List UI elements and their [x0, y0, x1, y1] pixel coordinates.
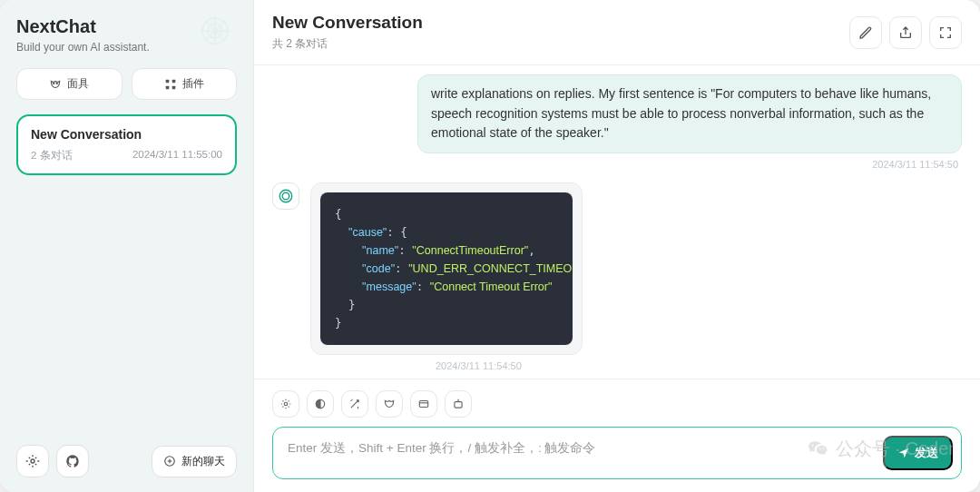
input-wrap: Enter 发送，Shift + Enter 换行，/ 触发补全，: 触发命令 … — [272, 427, 962, 479]
conversation-count: 2 条对话 — [31, 149, 73, 162]
chat-history: write explanations on replies. My first … — [254, 65, 980, 379]
code-block: { "cause": { "name": "ConnectTimeoutErro… — [320, 192, 573, 345]
footer: Enter 发送，Shift + Enter 换行，/ 触发补全，: 触发命令 … — [254, 379, 980, 492]
svg-point-11 — [279, 190, 292, 202]
bot-message-row: { "cause": { "name": "ConnectTimeoutErro… — [272, 182, 962, 355]
sidebar: NextChat Build your own AI assistant. 面具… — [0, 0, 254, 492]
tool-model[interactable] — [445, 390, 472, 418]
theme-icon — [314, 398, 327, 410]
share-button[interactable] — [889, 16, 922, 49]
expand-button[interactable] — [929, 16, 962, 49]
cut-icon — [417, 398, 430, 410]
send-button[interactable]: 发送 — [883, 436, 953, 470]
conversation-title: New Conversation — [31, 127, 222, 142]
svg-rect-4 — [166, 79, 170, 83]
brand: NextChat Build your own AI assistant. — [16, 16, 237, 54]
mask-icon — [49, 78, 62, 91]
conversation-item[interactable]: New Conversation 2 条对话 2024/3/11 11:55:0… — [16, 114, 237, 175]
robot-icon — [452, 398, 465, 410]
openai-icon — [278, 188, 294, 204]
svg-rect-14 — [419, 401, 427, 408]
masks-label: 面具 — [67, 76, 89, 92]
send-icon — [897, 447, 910, 459]
bot-message: { "cause": { "name": "ConnectTimeoutErro… — [310, 182, 583, 355]
new-chat-button[interactable]: 新的聊天 — [152, 446, 237, 477]
tool-theme[interactable] — [307, 390, 334, 418]
brand-logo-icon — [197, 13, 233, 49]
svg-rect-5 — [172, 79, 176, 83]
github-button[interactable] — [56, 445, 89, 477]
header: New Conversation 共 2 条对话 — [254, 0, 980, 65]
svg-rect-6 — [166, 85, 170, 89]
user-message-ts: 2024/3/11 11:54:50 — [272, 159, 958, 170]
grid-icon — [164, 78, 177, 91]
expand-icon — [938, 25, 953, 40]
share-icon — [898, 25, 913, 40]
page-title: New Conversation — [272, 13, 423, 33]
sidebar-bottom: 新的聊天 — [16, 445, 237, 477]
bot-message-ts: 2024/3/11 11:54:50 — [436, 360, 962, 371]
tool-prompt[interactable] — [341, 390, 368, 418]
input-toolbar — [272, 390, 962, 418]
wand-icon — [348, 398, 361, 410]
github-icon — [65, 454, 80, 468]
svg-point-8 — [31, 459, 34, 463]
mask-icon — [383, 398, 396, 410]
tool-settings[interactable] — [272, 390, 299, 418]
tool-clear[interactable] — [410, 390, 437, 418]
settings-button[interactable] — [16, 445, 49, 477]
tool-mask[interactable] — [376, 390, 403, 418]
masks-button[interactable]: 面具 — [16, 68, 122, 100]
svg-point-3 — [56, 83, 57, 84]
bot-avatar — [272, 182, 299, 210]
edit-button[interactable] — [849, 16, 882, 49]
plugins-label: 插件 — [182, 76, 204, 92]
gear-icon — [279, 398, 292, 410]
plus-icon — [163, 455, 176, 467]
user-message: write explanations on replies. My first … — [417, 74, 962, 153]
main: New Conversation 共 2 条对话 write explanati… — [254, 0, 980, 492]
app-root: NextChat Build your own AI assistant. 面具… — [0, 0, 980, 492]
svg-point-2 — [54, 83, 54, 84]
page-subtitle: 共 2 条对话 — [272, 36, 423, 52]
svg-point-12 — [284, 402, 288, 406]
plugins-button[interactable]: 插件 — [132, 68, 238, 100]
pencil-icon — [858, 25, 873, 40]
send-label: 发送 — [915, 445, 938, 461]
new-chat-label: 新的聊天 — [181, 454, 225, 469]
svg-rect-15 — [455, 402, 462, 408]
conversation-ts: 2024/3/11 11:55:00 — [132, 149, 222, 162]
gear-icon — [25, 454, 40, 468]
svg-point-10 — [282, 192, 289, 200]
chat-input[interactable]: Enter 发送，Shift + Enter 换行，/ 触发补全，: 触发命令 — [272, 427, 962, 479]
svg-rect-7 — [172, 85, 176, 89]
sidebar-top-actions: 面具 插件 — [16, 68, 237, 100]
